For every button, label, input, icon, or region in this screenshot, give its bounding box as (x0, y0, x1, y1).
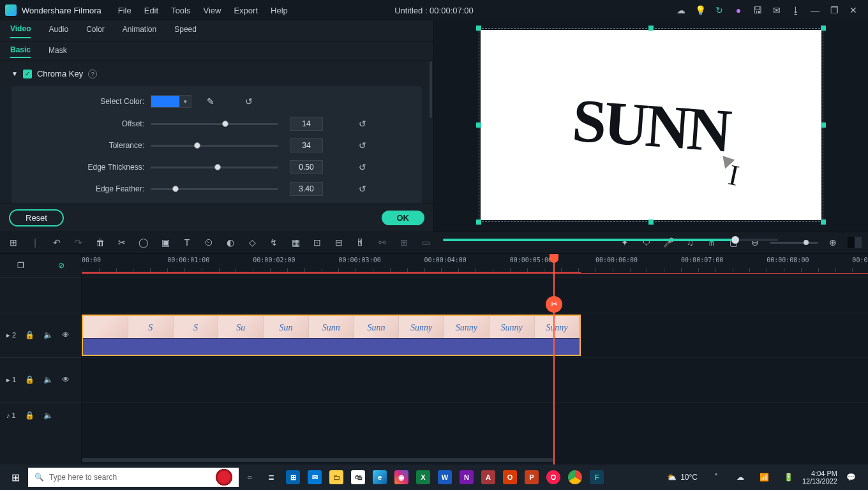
redo-icon[interactable]: ↷ (71, 237, 86, 248)
render-icon[interactable]: ▭ (419, 237, 433, 248)
color-swatch[interactable] (151, 95, 180, 108)
track-header-a1[interactable]: ♪ 1 🔒 🔈 (0, 402, 81, 429)
tray-onedrive-icon[interactable]: ☁ (730, 464, 751, 490)
menu-file[interactable]: File (118, 6, 131, 15)
menu-help[interactable]: Help (271, 6, 288, 15)
chroma-key-checkbox[interactable]: ✓ (23, 70, 32, 78)
tab-speed[interactable]: Speed (174, 25, 197, 38)
refresh-icon[interactable]: ↻ (710, 5, 729, 15)
tab-animation[interactable]: Animation (123, 25, 156, 38)
group-icon[interactable]: ⊞ (397, 237, 411, 248)
app-opera[interactable]: O (542, 464, 564, 490)
app-store[interactable]: ⊞ (282, 464, 304, 490)
undo-icon[interactable]: ↶ (50, 237, 64, 248)
lock-icon[interactable]: 🔒 (25, 411, 34, 420)
save-icon[interactable]: 🖫 (748, 5, 767, 15)
offset-slider[interactable] (151, 119, 278, 128)
resize-handle-bl[interactable] (476, 219, 481, 225)
edge-thickness-slider[interactable] (151, 163, 278, 172)
track-header-v2[interactable]: ▸ 2 🔒 🔈 👁 (0, 313, 81, 357)
mail-icon[interactable]: ✉ (767, 5, 786, 15)
help-icon[interactable]: ? (88, 70, 97, 78)
download-icon[interactable]: ⭳ (786, 5, 805, 15)
menu-export[interactable]: Export (234, 6, 258, 15)
resize-handle-t[interactable] (648, 26, 654, 31)
taskbar-search[interactable]: 🔍 Type here to search (28, 468, 239, 487)
maximize-button[interactable]: ❐ (825, 5, 844, 15)
subtab-basic[interactable]: Basic (10, 45, 31, 58)
reset-offset-icon[interactable]: ↺ (359, 119, 366, 129)
preview-canvas[interactable]: SUNN I (481, 30, 821, 220)
speed-icon[interactable]: ⏲ (202, 237, 216, 248)
keyframe-icon[interactable]: ◇ (245, 237, 259, 248)
text-icon[interactable]: T (180, 237, 194, 248)
eye-icon[interactable]: 👁 (62, 375, 70, 384)
reset-color-icon[interactable]: ↺ (245, 96, 253, 107)
mute-icon[interactable]: 🔈 (43, 411, 53, 420)
tray-overflow-icon[interactable]: ˄ (705, 464, 727, 490)
app-mail[interactable]: ✉ (304, 464, 326, 490)
timeline-body[interactable]: 00:0000:00:01:0000:00:02:0000:00:03:0000… (82, 254, 868, 465)
app-msstore[interactable]: 🛍 (347, 464, 369, 490)
duplicate-track-icon[interactable]: ❐ (17, 261, 24, 270)
app-word[interactable]: W (434, 464, 456, 490)
resize-handle-tr[interactable] (821, 26, 826, 31)
reset-edge-feather-icon[interactable]: ↺ (359, 184, 366, 194)
mask-icon[interactable]: ▦ (288, 237, 303, 248)
color-icon[interactable]: ◐ (223, 237, 237, 248)
menu-view[interactable]: View (203, 6, 221, 15)
resize-handle-tl[interactable] (476, 26, 481, 31)
tab-audio[interactable]: Audio (49, 25, 68, 38)
effects-icon[interactable]: ◯ (137, 237, 151, 248)
timeline-hscrollbar[interactable] (82, 457, 868, 463)
playhead[interactable]: ✂ (553, 254, 555, 465)
resize-handle-l[interactable] (476, 122, 481, 128)
tray-clock[interactable]: 4:04 PM 12/13/2022 (802, 470, 837, 485)
playhead-handle-icon[interactable] (550, 254, 558, 263)
track-lane-v2[interactable]: ▸My Video-13 SSSuSunSunnSunnSunnySunnySu… (82, 313, 868, 357)
subtab-mask[interactable]: Mask (49, 46, 67, 57)
taskview-icon[interactable]: ○ (239, 464, 260, 490)
app-filmora[interactable]: F (586, 464, 608, 490)
playhead-split-icon[interactable]: ✂ (546, 296, 562, 313)
resize-handle-br[interactable] (821, 219, 826, 225)
reset-button[interactable]: Reset (9, 209, 64, 226)
timeline-ruler[interactable]: 00:0000:00:01:0000:00:02:0000:00:03:0000… (82, 254, 868, 277)
chroma-key-section-header[interactable]: ▼ ✓ Chroma Key ? (11, 69, 422, 78)
link-icon[interactable]: ⚯ (375, 237, 389, 248)
app-excel[interactable]: X (412, 464, 434, 490)
zoom-in-icon[interactable]: ⊕ (826, 237, 840, 248)
app-onenote[interactable]: N (456, 464, 477, 490)
app-powerpoint[interactable]: P (521, 464, 542, 490)
color-swatch-dropdown[interactable]: ▾ (151, 95, 191, 108)
tray-battery-icon[interactable]: 🔋 (778, 464, 800, 490)
mute-icon[interactable]: 🔈 (43, 330, 53, 339)
edge-feather-slider[interactable] (151, 184, 278, 193)
mute-icon[interactable]: 🔈 (43, 375, 53, 384)
lock-icon[interactable]: 🔒 (25, 330, 34, 339)
weather-widget[interactable]: ⛅ 10°C (667, 473, 698, 482)
edge-thickness-value[interactable]: 0.50 (290, 160, 323, 174)
zoom-slider[interactable] (770, 242, 818, 244)
reset-tolerance-icon[interactable]: ↺ (359, 140, 366, 151)
lightbulb-icon[interactable]: 💡 (691, 5, 710, 15)
minimize-button[interactable]: — (805, 5, 825, 15)
eye-icon[interactable]: 👁 (62, 330, 70, 339)
app-explorer[interactable]: 🗀 (326, 464, 347, 490)
chevron-down-icon[interactable]: ▾ (180, 95, 191, 108)
tolerance-slider[interactable] (151, 141, 278, 150)
close-button[interactable]: ✕ (844, 5, 863, 15)
track-header-v1[interactable]: ▸ 1 🔒 🔈 👁 (0, 357, 81, 402)
start-button[interactable]: ⊞ (3, 464, 28, 490)
disclosure-triangle-icon[interactable]: ▼ (11, 70, 18, 77)
reset-edge-thickness-icon[interactable]: ↺ (359, 162, 366, 172)
app-instagram[interactable]: ◉ (391, 464, 412, 490)
track-lane-v1[interactable] (82, 357, 868, 402)
edge-feather-value[interactable]: 3.40 (290, 182, 323, 196)
menu-tools[interactable]: Tools (171, 6, 190, 15)
detach-audio-icon[interactable]: ↯ (267, 237, 281, 248)
tracking-icon[interactable]: ⊡ (310, 237, 324, 248)
adjust-icon[interactable]: ⊟ (332, 237, 346, 248)
preview-selection-box[interactable]: SUNN I (479, 28, 823, 222)
crop-icon[interactable]: ▣ (158, 237, 172, 248)
